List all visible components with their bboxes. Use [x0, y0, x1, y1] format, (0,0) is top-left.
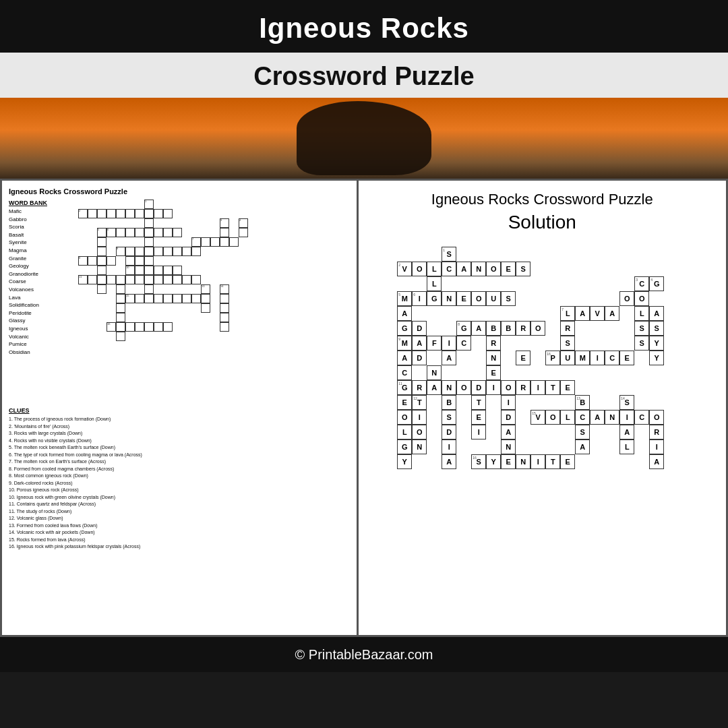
- main-content: Igneous Rocks Crossword Puzzle WORD BANK…: [0, 179, 728, 637]
- header-subtitle: Crossword Puzzle: [0, 53, 728, 98]
- left-panel: Igneous Rocks Crossword Puzzle WORD BANK…: [2, 181, 357, 635]
- clues-list: 1. The process of igneous rock formation…: [9, 416, 350, 551]
- footer: © PrintableBazaar.com: [0, 637, 728, 672]
- clues-label: CLUES: [9, 407, 350, 414]
- solution-subtitle: Solution: [372, 212, 713, 233]
- solution-grid: 1S2VOLCANOESL3C4G5M6IGNEOUSOOA7LAVALAGD8…: [397, 247, 687, 570]
- clues-section: CLUES 1. The process of igneous rock for…: [9, 407, 350, 551]
- left-panel-title: Igneous Rocks Crossword Puzzle: [9, 187, 350, 195]
- bird-silhouette: [297, 101, 431, 175]
- header-top: Igneous Rocks: [0, 0, 728, 53]
- word-bank-label: WORD BANK: [9, 200, 73, 206]
- footer-text: © PrintableBazaar.com: [295, 647, 433, 663]
- solution-title: Igneous Rocks Crossword Puzzle: [372, 191, 713, 208]
- bird-decoration: [0, 98, 728, 179]
- subtitle-text: Crossword Puzzle: [253, 62, 474, 90]
- word-bank-list: MaficGabbroScoriaBasaltSyeniteMagmaGrani…: [9, 208, 73, 356]
- main-title: Igneous Rocks: [259, 12, 469, 44]
- right-panel: Igneous Rocks Crossword Puzzle Solution …: [359, 181, 727, 635]
- crossword-grid: 123456789101113141516: [78, 200, 350, 402]
